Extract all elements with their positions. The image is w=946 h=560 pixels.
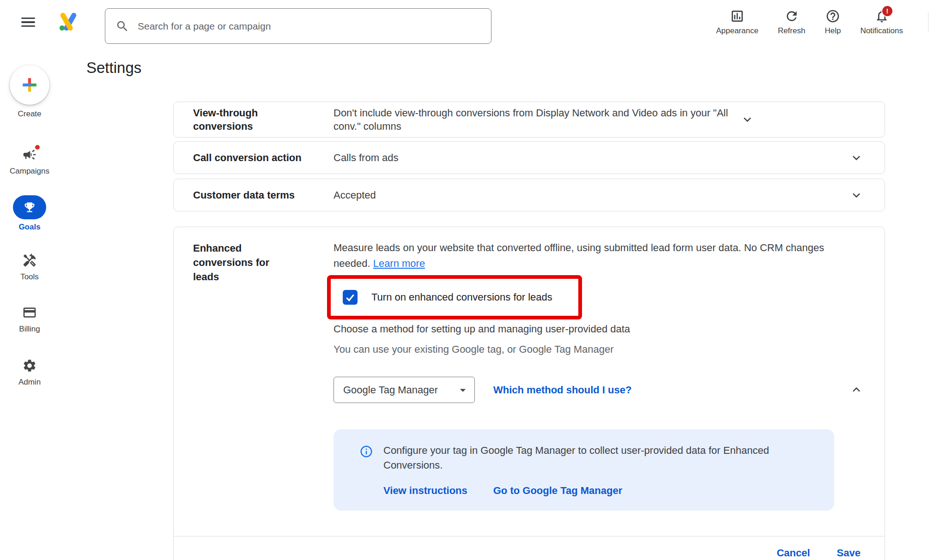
panel-description: Measure leads on your website that conve… <box>334 240 835 271</box>
notifications-badge: ! <box>881 5 893 17</box>
menu-bar <box>21 21 35 23</box>
view-instructions-link[interactable]: View instructions <box>383 485 467 497</box>
goals-trophy-icon <box>23 201 36 214</box>
dropdown-arrow-icon <box>456 383 470 397</box>
chevron-down-icon[interactable] <box>849 188 864 203</box>
info-content: Configure your tag in Google Tag Manager… <box>383 443 806 497</box>
appearance-button[interactable]: Appearance <box>706 9 768 36</box>
row-value: Accepted <box>334 188 849 202</box>
panel-body: Enhanced conversions for leads Measure l… <box>174 227 885 536</box>
sidebar-admin-label: Admin <box>18 378 41 387</box>
admin-gear-icon <box>22 358 37 373</box>
sidebar-item-billing[interactable]: Billing <box>0 305 59 334</box>
sidebar-item-admin[interactable]: Admin <box>0 358 59 387</box>
chevron-up-icon[interactable] <box>849 382 864 397</box>
info-banner: Configure your tag in Google Tag Manager… <box>334 429 834 511</box>
refresh-icon <box>784 9 799 24</box>
billing-card-icon <box>22 305 37 320</box>
sidebar-goals-label: Goals <box>18 223 40 232</box>
sidebar-campaigns-label: Campaigns <box>10 167 49 176</box>
row-label: Call conversion action <box>193 151 334 164</box>
tools-icon <box>22 253 37 268</box>
sidebar: Create Campaigns Goals Tools Bi <box>0 44 59 560</box>
info-links: View instructions Go to Google Tag Manag… <box>383 485 806 497</box>
help-label: Help <box>825 26 841 36</box>
campaigns-megaphone-icon <box>22 147 37 162</box>
annotation-highlight-box: Turn on enhanced conversions for leads <box>327 275 582 319</box>
checkmark-icon <box>344 291 356 303</box>
help-icon <box>825 9 840 24</box>
sidebar-item-goals[interactable]: Goals <box>0 195 59 232</box>
panel-label: Enhanced conversions for leads <box>193 240 334 284</box>
settings-list: View-through conversions Don't include v… <box>173 102 885 560</box>
sidebar-create-label: Create <box>18 109 41 119</box>
setting-row-customer-data-terms[interactable]: Customer data terms Accepted <box>173 179 885 211</box>
appearance-icon <box>730 9 745 24</box>
setting-panel-enhanced-conversions-for-leads: Enhanced conversions for leads Measure l… <box>173 227 885 560</box>
google-ads-settings-page: Appearance Refresh Help ! Notificatio <box>0 0 946 560</box>
method-select-dropdown[interactable]: Google Tag Manager <box>334 377 475 403</box>
save-button[interactable]: Save <box>827 547 871 559</box>
google-ads-logo-icon <box>57 11 79 32</box>
google-ads-logo[interactable] <box>57 11 79 32</box>
page-title: Settings <box>86 59 141 77</box>
info-text: Configure your tag in Google Tag Manager… <box>383 443 806 473</box>
notifications-button[interactable]: ! Notifications <box>850 9 913 36</box>
row-value: Don't include view-through conversions f… <box>334 106 740 133</box>
search-icon <box>115 19 129 33</box>
campaigns-alert-dot <box>34 144 41 151</box>
notifications-label: Notifications <box>860 26 903 36</box>
create-plus-icon <box>10 65 49 105</box>
method-select-value: Google Tag Manager <box>343 384 438 396</box>
menu-bar <box>21 25 35 27</box>
checkbox-label: Turn on enhanced conversions for leads <box>371 291 552 303</box>
learn-more-link[interactable]: Learn more <box>373 258 425 269</box>
panel-content: Measure leads on your website that conve… <box>334 240 849 511</box>
help-button[interactable]: Help <box>815 9 850 36</box>
appearance-label: Appearance <box>716 26 758 36</box>
sidebar-item-tools[interactable]: Tools <box>0 253 59 282</box>
main-menu-icon[interactable] <box>18 13 39 31</box>
setting-row-call-conversion-action[interactable]: Call conversion action Calls from ads <box>173 141 885 174</box>
topbar: Appearance Refresh Help ! Notificatio <box>0 0 946 44</box>
row-label: View-through conversions <box>193 106 334 133</box>
topbar-actions: Appearance Refresh Help ! Notificatio <box>706 0 913 44</box>
method-subtext: You can use your existing Google tag, or… <box>334 343 849 356</box>
chevron-down-icon[interactable] <box>740 112 755 127</box>
sidebar-item-campaigns[interactable]: Campaigns <box>0 147 59 176</box>
row-value: Calls from ads <box>334 151 849 164</box>
enhanced-conversions-checkbox[interactable] <box>343 290 358 305</box>
method-heading: Choose a method for setting up and manag… <box>334 321 849 337</box>
method-select-row: Google Tag Manager Which method should I… <box>334 377 849 403</box>
notifications-bell-icon: ! <box>874 9 889 24</box>
refresh-button[interactable]: Refresh <box>768 9 815 36</box>
goals-selected-pill <box>13 195 46 219</box>
cancel-button[interactable]: Cancel <box>766 547 820 559</box>
go-to-gtm-link[interactable]: Go to Google Tag Manager <box>493 485 623 497</box>
row-label: Customer data terms <box>193 188 334 202</box>
sidebar-billing-label: Billing <box>19 325 40 334</box>
setting-row-view-through-conversions[interactable]: View-through conversions Don't include v… <box>173 102 885 138</box>
chevron-down-icon[interactable] <box>849 151 864 165</box>
topbar-divider <box>928 12 929 32</box>
menu-bar <box>21 18 35 19</box>
refresh-label: Refresh <box>778 26 806 36</box>
info-icon <box>359 445 373 458</box>
sidebar-item-create[interactable]: Create <box>0 65 59 119</box>
panel-footer: Cancel Save <box>174 536 885 560</box>
sidebar-tools-label: Tools <box>20 272 39 282</box>
which-method-link[interactable]: Which method should I use? <box>493 384 631 396</box>
search-box[interactable] <box>105 8 491 44</box>
search-input[interactable] <box>137 20 482 32</box>
